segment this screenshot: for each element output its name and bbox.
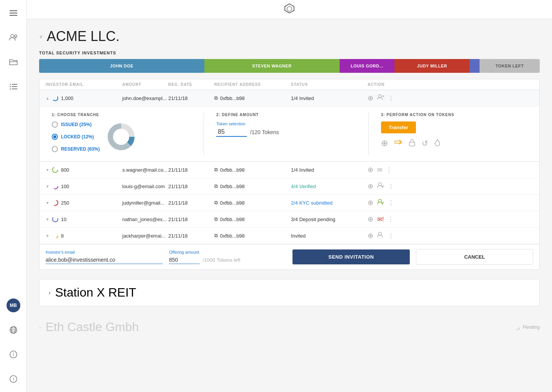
row6-toggle[interactable]: ▼ xyxy=(46,234,49,238)
tranche-reserved[interactable]: RESERVED (63%) xyxy=(52,146,100,152)
row2-add-icon[interactable]: ⊕ xyxy=(368,166,373,174)
row6-more-icon[interactable]: ⋮ xyxy=(388,232,394,239)
table-row: ▼ 800 s.wagner@mail.co... 21/11/18 ⧉ 0xf… xyxy=(39,162,539,178)
menu-icon[interactable] xyxy=(7,6,20,20)
tranche-locked[interactable]: LOCKED (12%) xyxy=(52,134,100,140)
avatar[interactable]: MB xyxy=(7,299,20,312)
copy-icon3[interactable]: ⧉ xyxy=(214,183,218,189)
donut-chart xyxy=(106,118,136,155)
add-circle-icon[interactable]: ⊕ xyxy=(368,94,373,102)
row4-add-icon[interactable]: ⊕ xyxy=(368,198,373,207)
tranche-issued[interactable]: ISSUED (25%) xyxy=(52,121,100,128)
cancel-button[interactable]: CANCEL xyxy=(416,249,533,265)
svg-rect-11 xyxy=(12,89,17,89)
svg-point-3 xyxy=(11,34,14,38)
row2-more-icon[interactable]: ⋮ xyxy=(386,166,392,174)
token-segment-john: JOHN DOE xyxy=(39,59,204,73)
folder-icon[interactable] xyxy=(7,55,20,69)
table-row: ▼ 100 louis-g@email.com 21/11/18 ⧉ 0xfbb… xyxy=(39,178,539,195)
amount-title: 2: DEFINE AMOUNT xyxy=(216,113,362,117)
copy-icon6[interactable]: ⧉ xyxy=(214,233,218,239)
row3-email: louis-g@email.com xyxy=(122,184,168,189)
copy-icon4[interactable]: ⧉ xyxy=(214,200,218,206)
email-input-group: Investor's email xyxy=(46,250,163,264)
row5-email-alert-icon[interactable]: ✉! xyxy=(377,216,384,223)
svg-point-42 xyxy=(515,325,520,330)
user-add-icon[interactable] xyxy=(377,94,384,102)
copy-icon2[interactable]: ⧉ xyxy=(214,167,218,173)
row1-amount: 1,000 xyxy=(61,95,74,101)
list-icon[interactable] xyxy=(7,80,20,93)
row3-more-icon[interactable]: ⋮ xyxy=(388,183,394,190)
users-icon[interactable] xyxy=(7,31,20,44)
svg-marker-22 xyxy=(287,6,292,11)
row3-date: 21/11/18 xyxy=(168,184,214,189)
row5-more-icon[interactable]: ⋮ xyxy=(388,216,394,223)
row3-toggle[interactable]: ▼ xyxy=(46,184,49,189)
row2-email: s.wagner@mail.co... xyxy=(122,167,168,173)
company3-row: › Eth Castle Gmbh Pending xyxy=(39,320,540,334)
action-section: 3: PERFORM ACTION ON TOKENS Transfer ⊕ ↺ xyxy=(375,113,533,155)
more-icon[interactable]: ⋮ xyxy=(388,95,394,102)
svg-point-23 xyxy=(53,95,58,101)
row5-circle-icon xyxy=(52,216,59,223)
amount-section: 2: DEFINE AMOUNT Token selection /120 To… xyxy=(210,113,368,155)
company2-chevron[interactable]: › xyxy=(49,290,51,296)
row5-toggle[interactable]: ▼ xyxy=(46,217,49,221)
svg-point-4 xyxy=(15,35,17,37)
company3-section: › Eth Castle Gmbh Pending xyxy=(39,315,540,339)
company2-row: › Station X REIT xyxy=(49,285,530,300)
svg-rect-33 xyxy=(409,142,415,146)
company1-chevron[interactable]: ∨ xyxy=(39,33,43,39)
row6-circle-icon xyxy=(52,232,59,239)
row3-status: 4/4 Verified xyxy=(291,184,368,189)
company3-chevron[interactable]: › xyxy=(39,324,41,330)
svg-point-34 xyxy=(53,167,58,172)
table-row: ▼ 8 jackharper@emai... 21/11/18 ⧉ 0xfbb.… xyxy=(39,228,539,244)
token-segment-small xyxy=(470,59,480,73)
row3-add-icon[interactable]: ⊕ xyxy=(368,182,373,190)
svg-rect-9 xyxy=(12,86,17,87)
add-investor-row: Investor's email Offering amount /1000 T… xyxy=(39,244,539,269)
col-status: STATUS xyxy=(291,82,368,87)
copy-icon5[interactable]: ⧉ xyxy=(214,216,218,222)
add-circle-action-icon[interactable]: ⊕ xyxy=(381,138,388,148)
row4-check-icon[interactable] xyxy=(377,199,384,207)
row6-address: ⧉ 0xfbb...b98 xyxy=(214,233,291,239)
svg-point-10 xyxy=(10,89,11,90)
info2-icon[interactable]: i xyxy=(7,372,20,386)
row2-email-icon[interactable]: ✉ xyxy=(377,166,382,174)
burn-icon[interactable] xyxy=(434,138,440,149)
transfer-arrow-icon[interactable] xyxy=(394,138,402,149)
investor-email-input[interactable] xyxy=(46,256,163,264)
row2-date: 21/11/18 xyxy=(168,167,214,173)
row2-toggle[interactable]: ▼ xyxy=(46,168,49,172)
pending-spinner-icon xyxy=(514,324,521,330)
undo-icon[interactable]: ↺ xyxy=(422,139,428,148)
row2-status: 1/4 Invited xyxy=(291,167,368,173)
row1-toggle[interactable]: ▲ xyxy=(46,96,49,100)
token-input[interactable] xyxy=(216,128,247,137)
row4-toggle[interactable]: ▼ xyxy=(46,201,49,205)
row3-verify-icon[interactable] xyxy=(377,182,384,190)
row3-actions: ⊕ ⋮ xyxy=(368,182,421,190)
amount-input-label: Offering amount xyxy=(169,250,286,254)
row2-amount: 800 xyxy=(61,167,69,173)
main-content: ∨ ACME LLC. TOTAL SECURITY INVESTMENTS J… xyxy=(27,19,552,392)
company2-section: › Station X REIT xyxy=(39,279,540,306)
info-icon[interactable]: i xyxy=(7,348,20,361)
transfer-button[interactable]: Transfer xyxy=(381,121,416,133)
row6-add-icon[interactable]: ⊕ xyxy=(368,231,373,240)
col-date: REG. DATE xyxy=(168,82,214,87)
row4-more-icon[interactable]: ⋮ xyxy=(388,199,394,207)
offering-amount-input[interactable] xyxy=(169,256,200,264)
row6-amount: 8 xyxy=(61,233,64,239)
lock-icon[interactable] xyxy=(409,138,416,149)
copy-icon[interactable]: ⧉ xyxy=(214,95,218,101)
send-invitation-button[interactable]: SEND INVITATION xyxy=(292,249,410,264)
row5-amount: 10 xyxy=(61,217,66,222)
section-label: TOTAL SECURITY INVESTMENTS xyxy=(39,51,540,55)
row6-user-icon[interactable] xyxy=(377,232,384,239)
row5-add-icon[interactable]: ⊕ xyxy=(368,215,373,223)
globe-icon[interactable] xyxy=(7,323,20,337)
